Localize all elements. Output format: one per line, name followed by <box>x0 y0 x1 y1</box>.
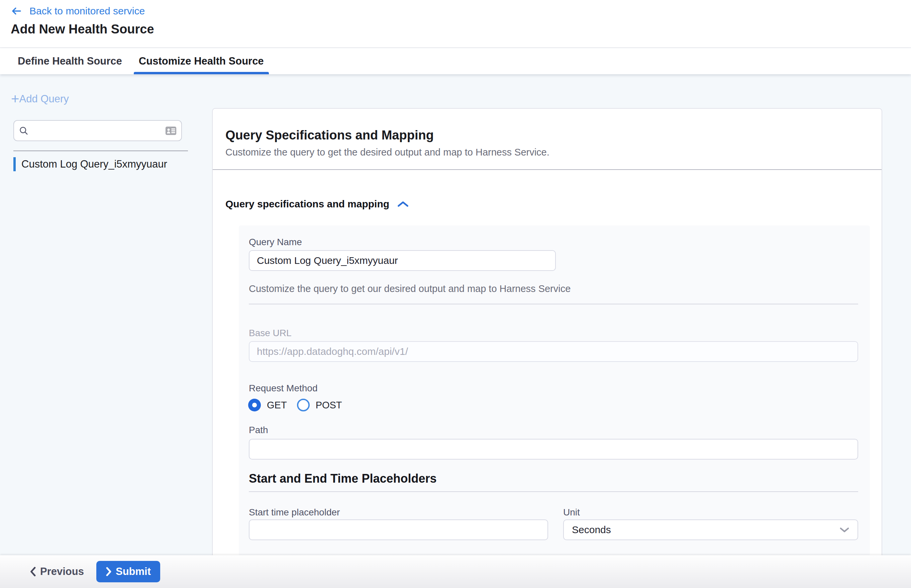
collapse-section-button[interactable] <box>397 201 409 207</box>
radio-option-get[interactable]: GET <box>248 399 287 411</box>
health-source-tabbar: Define Health Source Customize Health So… <box>0 48 911 74</box>
radio-get-label: GET <box>267 400 287 411</box>
add-query-label: Add Query <box>19 93 69 105</box>
form-divider-1 <box>249 304 858 304</box>
page-title: Add New Health Source <box>11 22 154 36</box>
section-title: Query specifications and mapping <box>225 198 389 210</box>
previous-button-label: Previous <box>40 565 84 578</box>
path-input[interactable] <box>249 439 858 460</box>
back-link-label: Back to monitored service <box>29 5 145 17</box>
query-search-input[interactable] <box>33 125 161 136</box>
query-mapping-card: Query Specifications and Mapping Customi… <box>212 108 882 555</box>
radio-option-post[interactable]: POST <box>297 399 342 411</box>
selected-indicator-bar <box>13 157 16 171</box>
search-icon <box>19 126 29 136</box>
sidebar-divider <box>13 150 188 151</box>
start-time-placeholder-input[interactable] <box>249 519 548 540</box>
chevron-up-icon <box>397 201 409 207</box>
request-method-label: Request Method <box>249 383 317 394</box>
form-divider-2 <box>249 491 858 492</box>
query-item-name: Custom Log Query_i5xmyyuaur <box>21 158 167 170</box>
submit-button[interactable]: Submit <box>96 561 160 582</box>
arrow-left-icon <box>11 5 22 17</box>
chevron-down-icon <box>840 527 850 533</box>
back-to-monitored-service-link[interactable]: Back to monitored service <box>11 5 145 17</box>
request-method-radio-group: GET POST <box>248 399 342 411</box>
unit-label: Unit <box>563 507 580 518</box>
plus-icon: + <box>11 94 19 104</box>
page-header: Back to monitored service Add New Health… <box>0 0 911 48</box>
unit-select-value: Seconds <box>572 524 840 535</box>
query-name-label: Query Name <box>249 237 302 247</box>
query-list-item-selected[interactable]: Custom Log Query_i5xmyyuaur <box>13 157 188 171</box>
query-form-panel: Query Name Customize the query to get ou… <box>239 225 870 556</box>
radio-unselected-icon[interactable] <box>297 399 310 411</box>
tab-customize-health-source[interactable]: Customize Health Source <box>134 48 269 74</box>
card-title: Query Specifications and Mapping <box>225 128 434 142</box>
contact-card-icon[interactable] <box>165 126 176 136</box>
previous-button[interactable]: Previous <box>29 555 84 588</box>
base-url-input[interactable] <box>249 341 858 362</box>
chevron-right-icon <box>106 567 112 576</box>
path-label: Path <box>249 425 268 436</box>
query-search-box[interactable] <box>13 120 182 141</box>
start-time-placeholder-label: Start time placeholder <box>249 507 340 518</box>
base-url-label: Base URL <box>249 328 292 339</box>
chevron-left-icon <box>29 567 36 577</box>
query-name-input[interactable] <box>249 250 556 271</box>
card-divider <box>213 169 882 170</box>
radio-selected-icon[interactable] <box>248 399 261 411</box>
unit-select[interactable]: Seconds <box>563 519 858 540</box>
submit-button-label: Submit <box>116 565 151 578</box>
wizard-footer: Previous Submit <box>0 555 911 588</box>
tab-define-health-source[interactable]: Define Health Source <box>18 48 122 74</box>
time-placeholders-heading: Start and End Time Placeholders <box>249 472 437 486</box>
add-query-button[interactable]: + Add Query <box>11 93 69 105</box>
radio-post-label: POST <box>316 400 342 411</box>
card-subtitle: Customize the query to get the desired o… <box>225 147 549 158</box>
query-name-help-text: Customize the query to get our desired o… <box>249 283 570 294</box>
